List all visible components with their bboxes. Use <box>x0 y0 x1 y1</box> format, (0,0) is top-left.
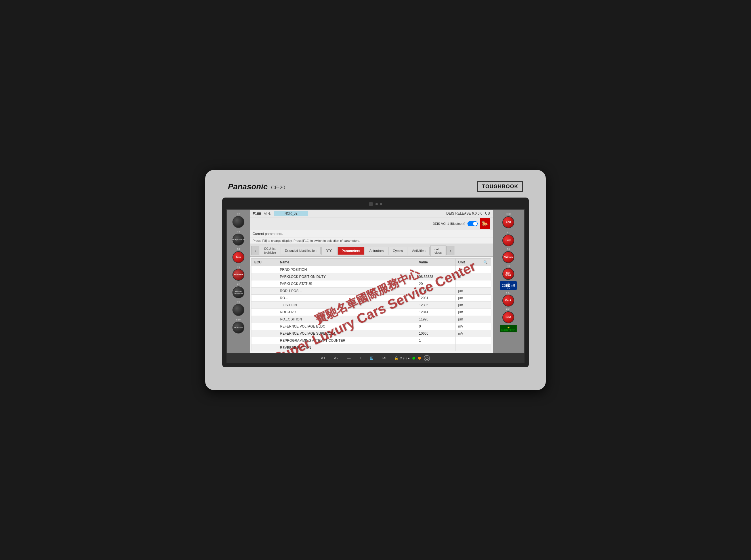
f8-newgroup-button[interactable]: NewGroup <box>502 268 514 280</box>
f5-button[interactable]: Preview <box>232 269 244 281</box>
f4-group[interactable]: F4 Save <box>232 248 244 263</box>
nav-next-arrow[interactable]: › <box>446 246 454 255</box>
cell-name: ...OSITION <box>277 301 416 308</box>
f12-group[interactable]: F12 Next <box>502 308 514 323</box>
region-dropdown[interactable]: US <box>485 212 490 216</box>
tab-extended-identification[interactable]: Extended Identification <box>281 247 321 254</box>
camera-light <box>376 203 378 205</box>
cell-search <box>480 301 491 308</box>
f2-button[interactable] <box>232 216 244 228</box>
table-row: REPROGRAMMING ATTEMPT COUNTER 1 <box>251 337 491 344</box>
cell-ecu <box>251 301 277 308</box>
f6-minimum-button[interactable]: Minimum <box>502 251 514 263</box>
camera-lens <box>369 202 373 206</box>
f9-label: F9 <box>237 301 240 303</box>
tab-cycles[interactable]: Cycles <box>389 247 407 255</box>
f6-group[interactable]: F6 Minimum <box>502 248 514 263</box>
col-search[interactable]: 🔍 <box>480 258 491 266</box>
cell-search <box>480 344 491 351</box>
cell-value: 12041 <box>416 308 455 316</box>
cell-search <box>480 294 491 301</box>
windows-button[interactable]: ⊞ <box>370 355 373 361</box>
right-sidebar: ESC End F1 Help F6 Minimum F8 NewGroup i… <box>493 210 524 353</box>
ferrari-logo: 🐎 <box>480 218 490 229</box>
cell-name: REFERNCE VOLTAGE BLDC <box>277 323 416 330</box>
cell-unit: μm <box>455 301 480 308</box>
f9-group[interactable]: F9 <box>232 301 244 316</box>
f4-button-label: Save <box>236 256 241 259</box>
f4-button[interactable]: Save <box>232 251 244 263</box>
info-bar-1: Current parameters. <box>250 230 493 238</box>
f7-button[interactable]: Vehiclefunctions <box>232 286 244 298</box>
cell-value: 12081 <box>416 294 455 301</box>
cell-name: REVERSE BUTTON <box>277 344 416 351</box>
tab-actuators[interactable]: Actuators <box>365 247 388 255</box>
f1-group[interactable]: F1 Help <box>502 231 514 246</box>
cell-value: 08.36328 <box>416 273 455 280</box>
f-code: F169 <box>252 212 261 216</box>
f7-label: F7 <box>237 283 240 286</box>
esc-end-button[interactable]: End <box>502 216 514 228</box>
f5-group[interactable]: F5 Preview <box>232 265 244 281</box>
f8-group[interactable]: F8 NewGroup <box>502 264 514 280</box>
f10-button[interactable]: Protocols <box>232 322 244 334</box>
taskbar-a1[interactable]: A1 <box>321 356 326 360</box>
table-row: ...OSITION 12305 μm <box>251 301 491 308</box>
taskbar-store[interactable]: 🗂 <box>382 356 386 360</box>
f2-group[interactable]: F2 <box>232 213 244 228</box>
cell-name: PARKLOCK STATUS <box>277 280 416 287</box>
cell-unit: mV <box>455 323 480 330</box>
cell-search <box>480 308 491 316</box>
cell-ecu <box>251 308 277 316</box>
table-row: PARKLOCK POSITION DUTY 08.36328 % <box>251 273 491 280</box>
table-row: ROD 4 PO... 12041 μm <box>251 308 491 316</box>
f12-next-button[interactable]: Next <box>502 312 514 323</box>
f3-group[interactable]: F3 Acquisition <box>232 230 244 245</box>
f9-button[interactable] <box>232 304 244 316</box>
f3-button[interactable]: Acquisition <box>232 234 244 245</box>
taskbar-a2[interactable]: A2 <box>334 356 338 360</box>
brand-name: Panasonic <box>228 182 268 191</box>
taskbar-plus[interactable]: + <box>359 356 361 360</box>
tab-ecu-list[interactable]: ECU list(vehicle) <box>260 245 280 256</box>
power-button[interactable]: ⏻ <box>424 355 430 361</box>
nav-prev-arrow[interactable]: ‹ <box>251 246 259 255</box>
cell-value <box>416 266 455 273</box>
cell-unit: mV <box>455 330 480 337</box>
cell-search <box>480 323 491 330</box>
cell-search <box>480 287 491 294</box>
vin-label: VIN: <box>264 212 271 216</box>
cell-unit: % <box>455 273 480 280</box>
cell-ecu <box>251 330 277 337</box>
col-unit: Unit <box>455 258 480 266</box>
laptop-top-bar: Panasonic CF-20 TOUGHBOOK <box>222 181 529 198</box>
table-row: RO...OSITION 11920 μm <box>251 316 491 323</box>
f11-group[interactable]: F11 Back <box>502 291 514 306</box>
f10-group[interactable]: F10 Protocols <box>232 318 244 334</box>
screen: F2 F3 Acquisition F4 Save F5 <box>226 209 525 353</box>
status-dot-orange <box>418 357 421 360</box>
table-row: PRND POSITION <box>251 266 491 273</box>
toughbook-badge: TOUGHBOOK <box>477 181 523 192</box>
status-icons: 🔒 ⊙ (•) ● <box>394 356 409 360</box>
tab-activities[interactable]: Activities <box>408 247 430 255</box>
camera-indicator <box>380 203 382 205</box>
taskbar-dash[interactable]: — <box>347 356 350 360</box>
left-sidebar: F2 F3 Acquisition F4 Save F5 <box>227 210 250 353</box>
f7-group[interactable]: F7 Vehiclefunctions <box>232 283 244 298</box>
f11-back-button[interactable]: Back <box>502 295 514 306</box>
connection-bar: DEIS-VCI-1 (Bluetooth) 🐎 <box>250 217 493 230</box>
tab-parameters[interactable]: Parameters <box>338 247 364 255</box>
table-row: ROD 1 POSI... 11959 μm <box>251 287 491 294</box>
parameters-table-container: 寶馳名車國際服務中心 Super Luxury Cars Service Cen… <box>250 257 493 353</box>
f1-help-button[interactable]: Help <box>502 235 514 246</box>
table-header-row: ECU Name Value Unit 🔍 <box>251 258 491 266</box>
bluetooth-toggle[interactable] <box>467 221 478 226</box>
tab-protocol-services[interactable]: colvices <box>430 245 446 256</box>
cell-unit: μm <box>455 294 480 301</box>
status-dot-green <box>412 357 415 360</box>
cell-search <box>480 273 491 280</box>
tab-dtc[interactable]: DTC <box>321 247 337 255</box>
f4-label: F4 <box>237 248 240 251</box>
cell-unit <box>455 280 480 287</box>
